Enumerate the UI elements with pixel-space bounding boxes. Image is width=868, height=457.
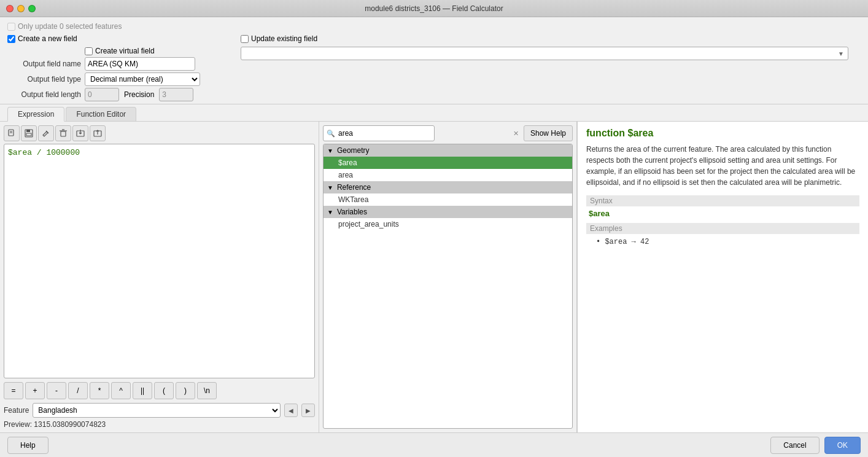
- search-wrapper: 🔍 ✕: [323, 125, 521, 141]
- precision-label: Precision: [124, 90, 154, 99]
- create-virtual-label: Create virtual field: [95, 47, 155, 55]
- create-new-field-checkbox[interactable]: [7, 35, 15, 43]
- function-list-panel: 🔍 ✕ Show Help ▼ Geometry $area area: [319, 122, 577, 432]
- update-existing-row: Update existing field: [241, 34, 861, 43]
- only-update-checkbox[interactable]: [7, 23, 15, 31]
- help-example-1-text: $area → 42: [605, 238, 649, 246]
- search-row: 🔍 ✕ Show Help: [323, 125, 573, 141]
- tree-group-geometry[interactable]: ▼ Geometry: [324, 144, 572, 157]
- window-controls: [6, 5, 36, 12]
- edit-expression-button[interactable]: [38, 125, 54, 141]
- content-area: $area / 1000000 = + - / * ^ || ( ) \n Fe…: [0, 122, 868, 432]
- calc-plus[interactable]: +: [25, 382, 45, 399]
- reference-label: Reference: [337, 183, 371, 192]
- bottom-bar: Help Cancel OK: [0, 432, 868, 457]
- output-field-name-input[interactable]: [85, 57, 195, 71]
- help-syntax-label: Syntax: [586, 195, 859, 206]
- only-update-label: Only update 0 selected features: [18, 22, 122, 31]
- feature-row: Feature Bangladesh ◀ ▶: [4, 403, 315, 418]
- minimize-button[interactable]: [17, 5, 25, 12]
- tree-item-area[interactable]: area: [324, 169, 572, 181]
- output-field-type-row: Output field type Decimal number (real): [7, 72, 228, 86]
- help-description: Returns the area of the current feature.…: [586, 144, 859, 188]
- function-tree: ▼ Geometry $area area ▼ Reference WKTare…: [323, 144, 573, 429]
- output-field-type-label: Output field type: [7, 75, 81, 84]
- output-field-type-select[interactable]: Decimal number (real): [85, 72, 200, 86]
- calc-open-paren[interactable]: (: [154, 382, 174, 399]
- field-options-row: Create a new field: [7, 34, 228, 43]
- search-input[interactable]: [323, 125, 435, 141]
- tree-item-sarea[interactable]: $area: [324, 157, 572, 169]
- maximize-button[interactable]: [28, 5, 36, 12]
- title-bar: module6 districts_3106 — Field Calculato…: [0, 0, 868, 17]
- tabs-row: Expression Function Editor: [0, 104, 868, 122]
- output-field-length-input[interactable]: [85, 88, 119, 101]
- new-expression-button[interactable]: [4, 125, 20, 141]
- tree-group-reference[interactable]: ▼ Reference: [324, 181, 572, 193]
- search-clear-icon[interactable]: ✕: [513, 130, 519, 138]
- help-example-1: • $area → 42: [596, 238, 859, 246]
- preview-top-bar[interactable]: ▼: [241, 47, 848, 60]
- output-field-name-row: Output field name: [7, 57, 228, 71]
- tab-function-editor[interactable]: Function Editor: [66, 107, 136, 121]
- reference-triangle: ▼: [327, 184, 333, 191]
- show-help-button[interactable]: Show Help: [524, 125, 573, 141]
- update-existing-checkbox[interactable]: [241, 35, 249, 43]
- output-field-name-label: Output field name: [7, 60, 81, 68]
- left-options: Create a new field Create virtual field …: [7, 34, 228, 101]
- calc-multiply[interactable]: *: [90, 382, 109, 399]
- load-expression-button[interactable]: [72, 125, 88, 141]
- create-new-field: Create a new field: [7, 34, 77, 43]
- preview-row: Preview: 1315.0380990074823: [4, 420, 315, 429]
- feature-prev-button[interactable]: ◀: [284, 404, 298, 417]
- precision-input[interactable]: [159, 88, 193, 101]
- create-new-field-label: Create a new field: [18, 34, 77, 43]
- save-expression-button[interactable]: [21, 125, 37, 141]
- tree-item-wktarea[interactable]: WKTarea: [324, 193, 572, 206]
- tab-expression[interactable]: Expression: [7, 107, 64, 122]
- ok-button[interactable]: OK: [824, 437, 861, 454]
- bottom-left: Help: [7, 437, 48, 454]
- svg-rect-4: [26, 130, 30, 132]
- calc-power[interactable]: ^: [111, 382, 131, 399]
- calc-newline[interactable]: \n: [197, 382, 217, 399]
- output-field-length-label: Output field length: [7, 90, 81, 99]
- expression-text: $area / 1000000: [8, 148, 80, 157]
- help-syntax-value: $area: [589, 209, 859, 218]
- tree-item-project-area-units[interactable]: project_area_units: [324, 218, 572, 230]
- close-button[interactable]: [6, 5, 14, 12]
- feature-next-button[interactable]: ▶: [301, 404, 315, 417]
- window-title: module6 districts_3106 — Field Calculato…: [365, 4, 503, 13]
- length-precision-row: Precision: [85, 88, 193, 101]
- only-update-row: Only update 0 selected features: [7, 22, 861, 31]
- main-window: Only update 0 selected features Create a…: [0, 17, 868, 457]
- svg-rect-5: [26, 133, 31, 136]
- create-virtual-checkbox[interactable]: [85, 47, 93, 55]
- preview-value: 1315.0380990074823: [34, 420, 106, 429]
- preview-dropdown-arrow: ▼: [838, 50, 844, 57]
- geometry-label: Geometry: [337, 146, 370, 155]
- calc-close-paren[interactable]: ): [176, 382, 195, 399]
- bottom-right: Cancel OK: [770, 437, 861, 454]
- feature-select[interactable]: Bangladesh: [33, 403, 281, 418]
- help-button[interactable]: Help: [7, 437, 48, 454]
- tree-group-variables[interactable]: ▼ Variables: [324, 206, 572, 218]
- geometry-triangle: ▼: [327, 147, 333, 154]
- virtual-field-row: Create virtual field: [7, 47, 228, 55]
- calc-divide[interactable]: /: [68, 382, 88, 399]
- export-expression-button[interactable]: [90, 125, 106, 141]
- calc-minus[interactable]: -: [47, 382, 66, 399]
- update-existing-label: Update existing field: [251, 34, 317, 43]
- variables-label: Variables: [337, 208, 367, 216]
- expression-editor[interactable]: $area / 1000000: [4, 144, 315, 378]
- delete-expression-button[interactable]: [55, 125, 71, 141]
- feature-label: Feature: [4, 406, 29, 415]
- help-title: function $area: [586, 128, 859, 139]
- cancel-button[interactable]: Cancel: [770, 437, 819, 454]
- calc-pipe[interactable]: ||: [133, 382, 152, 399]
- calc-equals[interactable]: =: [4, 382, 23, 399]
- help-examples-label: Examples: [586, 223, 859, 234]
- preview-label: Preview:: [4, 420, 32, 429]
- output-field-length-row: Output field length Precision: [7, 88, 228, 101]
- svg-rect-7: [61, 131, 66, 136]
